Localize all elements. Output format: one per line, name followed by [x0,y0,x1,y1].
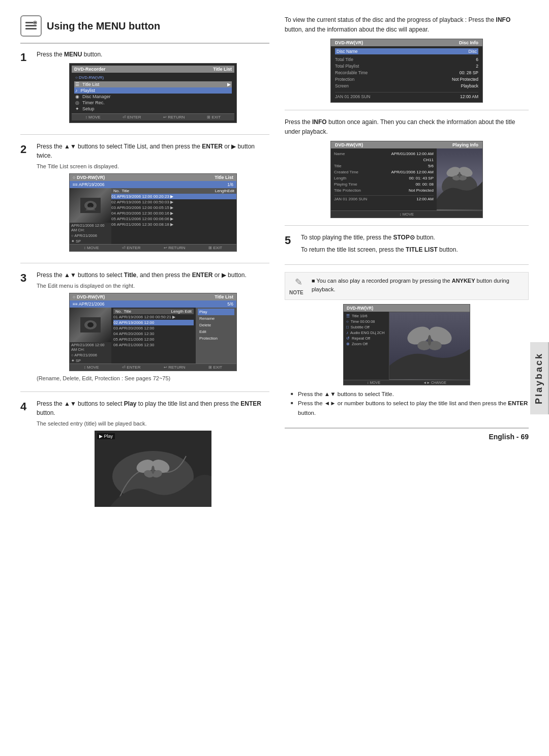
title-list-2-caption1: APR/21/2006 12:00 AM CH: [70,342,111,352]
dvd-menu-item-timerrec: ◎ Timer Rec. [74,100,232,106]
disc-info-header-left: DVD-RW(VR) [335,40,363,45]
title-row-2: 02 APR/19/2006 12:00 00:50:03 ▶ [111,199,236,205]
dvd-footer-move: ↕ MOVE [85,115,101,119]
title-list-2-thumbnail [70,308,111,342]
title-row-6: 06 APR/21/2006 12:30 00:08:18 ▶ [111,222,236,227]
right-info-section-2: Press the INFO button once again. Then y… [285,117,529,218]
title-list-2-date: ≡≡ APR/21/2006 [73,301,104,307]
pi-row-ch: CH11 [334,157,434,163]
anykey-row-audio: ♪ Audio ENG DЦ 2CH [346,330,386,336]
dvd-menu-item-timerrec-icon: ◎ [75,100,79,105]
dvd-footer-exit: ⊞ EXIT [207,115,221,119]
title-list-1-rows: No. Title Length Edit 01 APR/19/2006 12:… [111,188,236,244]
play-screen: ▶ Play [95,431,211,507]
pi-row-protection: Title Protection Not Protected [334,187,434,193]
edit-title-row-5: 05 APR/21/2006 12:00 [113,337,194,342]
svg-rect-2 [25,28,37,29]
anykey-repeat-icon: ↺ [346,336,350,341]
playing-info-header-right: Playing Info [452,142,478,147]
step-3-content: Press the ▲▼ buttons to select Title, an… [37,270,269,384]
right-divider-1 [285,110,529,110]
disc-info-disc-label: Disc Name Disc [335,48,478,54]
title-list-2-count: 5/6 [227,301,233,307]
disc-info-table: DVD-RW(VR) Disc Info Disc Name Disc Tota… [330,39,483,103]
playing-info-header: DVD-RW(VR) Playing Info [331,141,482,148]
disc-info-header: DVD-RW(VR) Disc Info [331,39,482,46]
dvd-menu-header: DVD-Recorder Title List [72,66,234,73]
edit-menu-play: Play [198,309,234,315]
step-2-number: 2 [20,143,32,256]
anykey-row-zoom: ⊕ Zoom Off [346,341,386,347]
pi-name-value: APR/01/2006 12:00 AM [391,152,434,156]
total-playlist-value: 2 [476,64,478,69]
title-list-1-footer: ↕ MOVE ⏎ ENTER ↩ RETURN ⊞ EXIT [70,244,236,251]
title-list-2-header: ○ DVD-RW(VR) Title List [70,293,236,300]
total-playlist-label: Total Playlist [335,64,359,69]
dvd-menu-item-playlist-label: Playlist [81,88,96,93]
pi-playing-time-value: 00: 00: 08 [415,182,434,187]
title-list-2-rows: No. Title Length Edit 01 APR/19/2006 12:… [111,308,196,364]
dvd-menu-item-titlelist-arrow: ▶ [227,82,231,87]
playback-tab: Playback [530,342,549,414]
dvd-menu-item-timerrec-label: Timer Rec. [82,100,105,105]
tl1-footer-move: ↕ MOVE [84,246,99,250]
anykey-footer-move: ↕ MOVE [367,381,380,384]
disc-row-screen: Screen Playback [335,82,478,89]
anykey-footer-change: ◄► CHANGE [423,381,446,384]
pi-protection-label: Title Protection [334,188,375,193]
dvd-menu-item-playlist-icon: ♪ [75,88,78,93]
pi-protection-value: Not Protected [409,188,434,193]
right-divider-3 [285,264,529,265]
edit-title-row-4: 04 APR/20/2006 12:30 [113,331,194,337]
pi-ch-label [334,158,375,162]
recordable-time-value: 00: 28 SP [460,70,478,75]
dvd-menu-item-setup: ✦ Setup [74,106,232,112]
total-title-label: Total Title [335,57,353,62]
col-length: Length [215,189,227,193]
title-row-5: 05 APR/21/2006 12:00 00:06:06 ▶ [111,216,236,222]
edit-menu-edit: Edit [198,328,234,335]
anykey-header: DVD-RW(VR) [344,305,470,312]
right-column: To view the current status of the disc a… [285,15,529,516]
step-1-content: Press the MENU button. DVD-Recorder Titl… [37,50,269,127]
tl1-footer-exit: ⊞ EXIT [208,246,222,250]
step-2-text: Press the ▲▼ buttons to select Title Lis… [37,142,269,160]
menu-button-icon [20,15,42,37]
dvd-menu-header-left: DVD-Recorder [74,67,106,72]
disc-section-label: Disc Name [337,49,358,54]
step-4-text: Press the ▲▼ buttons to select Play to p… [37,399,269,417]
dvd-current-disc: ○ DVD-RW(VR) [74,74,232,81]
title-list-1-header: ○ DVD-RW(VR) Title List [70,174,236,181]
dvd-recorder-menu: DVD-Recorder Title List ○ DVD-RW(VR) ☰ T… [69,63,237,123]
playing-info-screen: DVD-RW(VR) Playing Info Name APR/01/2006… [330,141,483,218]
dvd-menu-item-titlelist-label: Title List [82,82,99,87]
dvd-menu-item-discmanager-label: Disc Manager [82,94,111,99]
dvd-menu-item-setup-label: Setup [82,106,95,111]
pi-date-value: 12:00 AM [416,197,434,201]
step-4: 4 Press the ▲▼ buttons to select Play to… [20,399,269,511]
screen-label: Screen [335,83,349,88]
title-list-1-caption2: ○ APR/21/2006 [70,233,111,238]
disc-info-body: Disc Name Disc Total Title 6 Total Playl… [331,46,482,102]
title-list-1-date: ≡≡ APR/19/2006 [73,182,104,187]
pi-name-label: Name [334,152,375,156]
step-3-number: 3 [20,271,32,384]
pi-footer-move: ↕ MOVE [400,212,414,217]
title-list-screen-1: ○ DVD-RW(VR) Title List ≡≡ APR/19/2006 1… [69,173,237,252]
anykey-row-title: ☰ Title 10/6 [346,313,386,319]
anykey-body: ☰ Title 10/6 ○ Time 00:00:08 □ Subtitle … [344,312,470,380]
title-list-1-header-left: ○ DVD-RW(VR) [73,175,105,180]
pi-playing-time-label: Playing Time [334,182,375,187]
play-indicator: ▶ Play [97,433,115,439]
playing-info-header-left: DVD-RW(VR) [335,142,363,147]
anykey-title-label: Title 10/6 [352,314,368,318]
pi-row-playing-time: Playing Time 00: 00: 08 [334,181,434,187]
anykey-subtitle-label: Subtitle Off [351,325,370,329]
step-5-return-text: To return the title list screen, press t… [301,245,529,254]
edit-title-row-3: 03 APR/20/2006 12:00 [113,325,194,331]
title-list-2-header-left: ○ DVD-RW(VR) [73,294,105,299]
section-title: Using the MENU button [47,20,160,32]
title-row-3: 03 APR/20/2006 12:00 00:05:15 ▶ [111,205,236,210]
note-icon-area: ✎ NOTE [289,277,308,295]
anykey-time-icon: ○ [346,319,349,324]
